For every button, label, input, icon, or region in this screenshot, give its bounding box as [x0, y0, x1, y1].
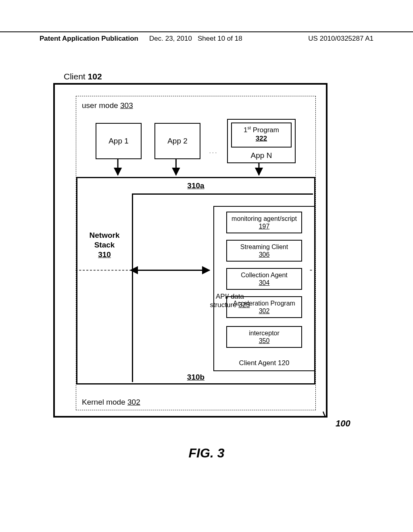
user-mode-ref: 303	[120, 101, 133, 110]
collection-agent-text: Collection Agent	[241, 272, 288, 278]
network-stack-ref: 310	[82, 250, 127, 260]
client-agent-label: Client Agent 120	[214, 359, 314, 367]
monitoring-agent-box: monitoring agent/script 197	[226, 212, 302, 233]
inner-310-box: API/ data structure 325 monitoring agent…	[132, 193, 313, 382]
app-ellipsis: ...	[209, 149, 218, 154]
acceleration-program-box: Acceleration Program 302	[226, 296, 302, 318]
figure-label: FIG. 3	[0, 446, 413, 461]
header-date: Dec. 23, 2010	[149, 35, 192, 42]
client-label: Client 102	[64, 72, 102, 81]
acceleration-program-text: Acceleration Program	[233, 300, 295, 307]
layer-310a-ref: 310a	[77, 181, 314, 190]
appn-label: App N	[228, 151, 295, 160]
collection-agent-ref: 304	[229, 279, 300, 287]
mode-dashed-region: user mode 303 Kernel mode 302 App 1 App …	[76, 96, 316, 410]
monitoring-agent-text: monitoring agent/script	[232, 215, 297, 222]
layer-310b-ref: 310b	[77, 373, 314, 382]
user-mode-label: user mode 303	[82, 101, 133, 110]
app1-box: App 1	[96, 123, 142, 159]
header-pubnumber: US 2010/0325287 A1	[308, 35, 373, 43]
interceptor-box: interceptor 350	[226, 326, 302, 348]
client-label-ref: 102	[88, 72, 102, 81]
streaming-client-text: Streaming Client	[240, 243, 288, 250]
monitoring-agent-ref: 197	[259, 223, 270, 230]
figure-corner-ref: 100	[336, 418, 350, 429]
app2-label: App 2	[167, 137, 188, 145]
client-label-text: Client	[64, 72, 88, 81]
page: Patent Application Publication Dec. 23, …	[0, 0, 413, 532]
network-stack-label: Network Stack 310	[82, 231, 127, 259]
streaming-client-box: Streaming Client 306	[226, 240, 302, 262]
kernel-mode-text: Kernel mode	[82, 398, 127, 406]
collection-agent-box: Collection Agent 304	[226, 268, 302, 290]
acceleration-program-ref: 302	[229, 307, 300, 315]
kernel-mode-ref: 302	[127, 398, 140, 406]
header-date-sheet: Dec. 23, 2010 Sheet 10 of 18	[149, 35, 242, 43]
app2-box: App 2	[154, 123, 200, 159]
page-header: Patent Application Publication Dec. 23, …	[0, 31, 413, 43]
user-mode-text: user mode	[82, 101, 120, 110]
client-agent-box: monitoring agent/script 197 Streaming Cl…	[213, 206, 314, 371]
network-stack-text: Network Stack	[90, 231, 120, 249]
client-outer-box: user mode 303 Kernel mode 302 App 1 App …	[53, 83, 327, 418]
layer-310a-box: 310a Network Stack 310 API/ data structu…	[76, 177, 315, 384]
first-program-ref: 322	[232, 134, 291, 143]
streaming-client-ref: 306	[229, 251, 300, 258]
interceptor-text: interceptor	[249, 330, 280, 337]
header-publication: Patent Application Publication	[40, 35, 138, 43]
app1-label: App 1	[108, 137, 129, 145]
kernel-mode-label: Kernel mode 302	[82, 398, 140, 407]
appn-box: 1st Program 322 App N	[227, 119, 296, 163]
first-program-sup: st	[247, 125, 251, 130]
header-sheet: Sheet 10 of 18	[198, 35, 242, 42]
first-program-box: 1st Program 322	[231, 123, 292, 148]
first-program-text: 1st Program	[244, 126, 279, 134]
interceptor-ref: 350	[229, 337, 300, 345]
